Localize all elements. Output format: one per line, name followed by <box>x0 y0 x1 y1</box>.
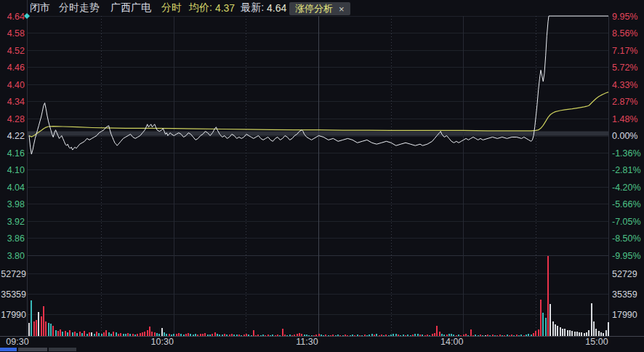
volume-bar <box>482 335 483 336</box>
volume-bar <box>105 330 107 336</box>
stock-name[interactable]: 广西广电 <box>110 1 151 15</box>
volume-bar <box>388 335 390 336</box>
volume-bar <box>118 334 119 336</box>
volume-bar <box>158 334 160 336</box>
volume-bar <box>164 332 165 336</box>
volume-bar <box>547 256 549 336</box>
volume-bar <box>62 332 63 336</box>
volume-bar <box>289 335 291 336</box>
volume-bar <box>270 335 271 336</box>
volume-bar <box>103 332 105 336</box>
volume-bar <box>36 320 37 336</box>
volume-bar <box>125 334 126 336</box>
volume-bar <box>593 321 595 336</box>
volume-bar <box>550 304 551 336</box>
volume-bar <box>200 334 201 336</box>
volume-bar <box>246 334 247 336</box>
volume-bar <box>605 330 607 336</box>
intraday-chart[interactable]: 4.644.584.524.464.404.344.284.224.164.10… <box>0 0 644 347</box>
volume-bar <box>108 332 110 336</box>
volume-bar <box>267 335 269 336</box>
pager-segment[interactable] <box>49 348 76 351</box>
volume-bar <box>173 334 174 336</box>
volume-bar <box>279 335 281 336</box>
volume-bar <box>518 335 520 336</box>
volume-bar <box>248 335 249 336</box>
volume-axis-label: 17990 <box>612 310 637 320</box>
pager-segment-active[interactable] <box>0 348 17 351</box>
volume-bar <box>38 312 39 336</box>
volume-bar <box>222 335 223 336</box>
volume-bar <box>600 332 602 336</box>
volume-bar <box>45 321 47 336</box>
pct-axis-label: -8.50% <box>612 233 641 244</box>
volume-bar <box>84 331 85 336</box>
pct-axis-label: -1.36% <box>612 148 641 159</box>
volume-bar <box>502 335 503 336</box>
volume-bar <box>188 333 189 336</box>
volume-bar <box>98 333 100 336</box>
time-axis-label: 14:00 <box>440 337 463 347</box>
volume-bar <box>251 335 252 336</box>
volume-bar <box>57 331 59 336</box>
volume-bar <box>286 335 288 336</box>
volume-bar <box>496 335 498 336</box>
price-axis-label: 4.58 <box>7 28 25 39</box>
volume-bar <box>65 331 66 336</box>
volume-bar <box>308 335 310 336</box>
volume-axis-label: 52729 <box>612 269 637 279</box>
volume-bar <box>419 335 421 336</box>
volume-bar <box>342 335 344 336</box>
time-axis-label: 10:30 <box>151 337 174 347</box>
volume-bar <box>55 330 57 336</box>
tab-minute-chart[interactable]: 分时 <box>161 1 182 15</box>
volume-bar <box>441 334 443 336</box>
volume-bar <box>347 335 348 336</box>
volume-bar <box>499 335 501 336</box>
volume-bar <box>557 326 558 336</box>
volume-bar <box>236 335 238 336</box>
volume-bar <box>315 335 317 336</box>
volume-bar <box>595 329 597 336</box>
volume-bar <box>381 335 382 336</box>
volume-bar <box>275 335 276 336</box>
volume-bar <box>555 324 556 336</box>
volume-bar <box>94 334 95 336</box>
volume-bar <box>178 333 180 336</box>
volume-bar <box>337 335 339 336</box>
volume-bar <box>176 334 177 336</box>
volume-bar <box>359 335 361 336</box>
volume-bar <box>540 300 542 336</box>
volume-bar <box>306 335 307 336</box>
volume-bar <box>576 332 578 336</box>
volume-bar <box>564 329 565 336</box>
volume-bar <box>571 331 573 336</box>
pct-axis-label: 1.48% <box>612 114 637 124</box>
price-axis-label: 3.80 <box>7 251 25 261</box>
volume-bar <box>147 330 148 336</box>
volume-bar <box>364 335 366 336</box>
volume-bar <box>190 334 191 336</box>
limit-up-analysis-label[interactable]: 涨停分析 <box>295 2 333 15</box>
volume-axis-label: 35359 <box>612 289 637 300</box>
volume-bar <box>465 334 467 336</box>
volume-bar <box>313 335 315 336</box>
volume-bar <box>429 335 430 336</box>
volume-bar <box>260 335 262 336</box>
volume-bar <box>304 335 305 336</box>
close-icon[interactable]: × <box>339 4 345 15</box>
volume-bar <box>277 335 278 336</box>
price-axis-label: 3.98 <box>7 199 25 209</box>
price-axis-label: 4.10 <box>7 165 25 175</box>
volume-bar <box>492 335 494 336</box>
volume-bar <box>171 335 172 336</box>
pager-segment[interactable] <box>18 348 47 351</box>
volume-bar <box>60 329 61 336</box>
volume-bar <box>350 335 351 336</box>
volume-bar <box>487 335 488 336</box>
volume-bar <box>291 335 293 336</box>
volume-bar <box>472 335 474 336</box>
limit-up-analysis-tag[interactable]: 涨停分析 × <box>289 2 350 15</box>
pct-axis-label: 5.72% <box>612 63 637 73</box>
volume-bar <box>241 335 242 336</box>
